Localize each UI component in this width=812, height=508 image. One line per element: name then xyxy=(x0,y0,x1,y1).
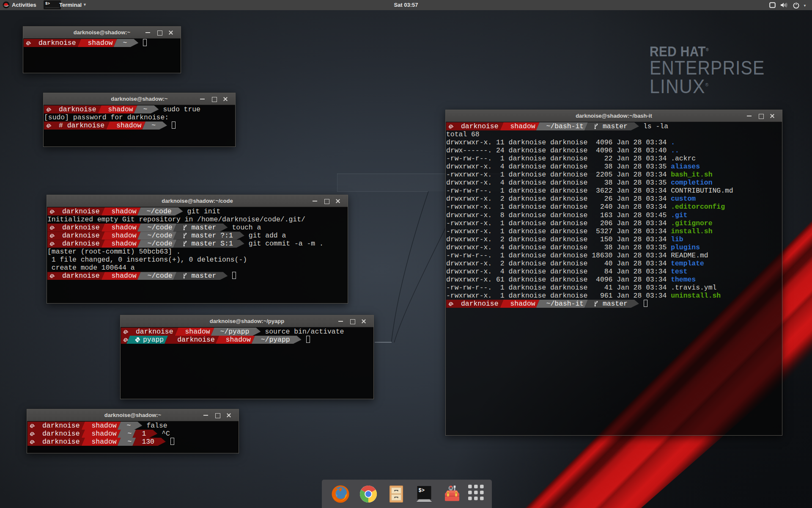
svg-text:$>: $> xyxy=(419,488,425,494)
